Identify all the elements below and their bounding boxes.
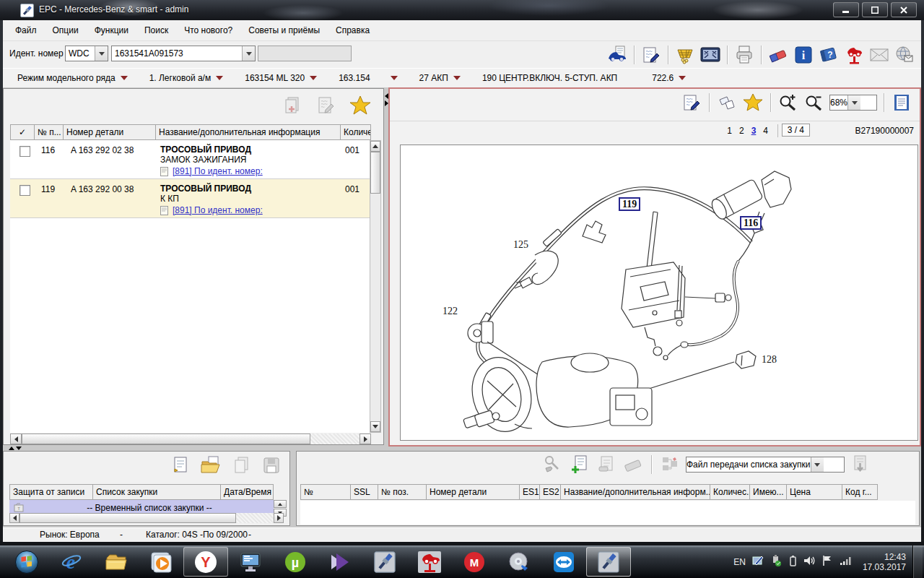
- new-list-icon[interactable]: [170, 454, 191, 476]
- page-3-active[interactable]: 3: [751, 126, 757, 136]
- favorites-star-icon[interactable]: [742, 92, 764, 113]
- page-view-icon[interactable]: [891, 92, 912, 113]
- language-indicator[interactable]: EN: [733, 557, 746, 567]
- parts-row-116[interactable]: 116 A 163 292 02 38 ТРОСОВЫЙ ПРИВОД ЗАМО…: [10, 140, 370, 179]
- vehicle-class-dropdown[interactable]: 1. Легковой а/м: [149, 73, 224, 83]
- zoom-combo-arrow[interactable]: [847, 95, 860, 110]
- menu-file[interactable]: Файл: [7, 20, 45, 40]
- vin-combo[interactable]: 1631541A091573: [111, 46, 256, 61]
- header-part-no[interactable]: Номер детали: [63, 124, 156, 140]
- print-icon[interactable]: [733, 44, 755, 66]
- footnote-link-row[interactable]: [891] По идент. номер:: [160, 205, 263, 215]
- row-checkbox[interactable]: [19, 146, 30, 157]
- part-callout-125[interactable]: 125: [513, 239, 528, 250]
- mail-icon[interactable]: [868, 44, 890, 66]
- open-folder-icon[interactable]: [200, 454, 222, 476]
- start-button[interactable]: [4, 547, 49, 577]
- close-button[interactable]: [891, 2, 917, 17]
- transmission-dropdown[interactable]: 722.6: [652, 73, 686, 83]
- clock[interactable]: 12:43 17.03.2017: [863, 552, 906, 572]
- purchase-horizontal-scrollbar[interactable]: [9, 513, 284, 523]
- delete-icon[interactable]: [622, 454, 644, 475]
- fullscreen-icon[interactable]: [699, 44, 721, 66]
- menu-search[interactable]: Поиск: [136, 20, 176, 40]
- maximize-button[interactable]: [862, 2, 888, 17]
- vin-combo-arrow[interactable]: [242, 46, 255, 61]
- search-key-icon[interactable]: [542, 454, 564, 475]
- horizontal-splitter[interactable]: [9, 447, 22, 450]
- network-signal-icon[interactable]: [840, 556, 852, 568]
- menu-functions[interactable]: Функции: [87, 20, 136, 40]
- row-checkbox[interactable]: [19, 185, 30, 196]
- part-callout-116[interactable]: 116: [740, 216, 762, 230]
- copy-list-icon[interactable]: [282, 95, 304, 116]
- header-es2[interactable]: ES2: [539, 484, 561, 500]
- parts-row-119[interactable]: 119 A 163 292 00 38 ТРОСОВЫЙ ПРИВОД К КП…: [10, 179, 370, 218]
- shopping-basket-icon[interactable]: [674, 44, 696, 66]
- edit-notes-icon[interactable]: [315, 95, 337, 116]
- page-2[interactable]: 2: [739, 126, 744, 136]
- info-icon[interactable]: i: [793, 44, 814, 66]
- menu-help[interactable]: Справка: [328, 20, 378, 40]
- taskbar-remote-desktop[interactable]: [228, 547, 273, 577]
- page-4[interactable]: 4: [763, 126, 768, 136]
- edit-notes-icon[interactable]: [640, 44, 662, 66]
- part-callout-119[interactable]: 119: [619, 197, 640, 211]
- favorites-star-icon[interactable]: [349, 95, 370, 116]
- zoom-in-icon[interactable]: [777, 92, 799, 113]
- transfer-file-combo[interactable]: Файл передачи списка закупки: [686, 457, 845, 473]
- wmi-combo[interactable]: WDC: [65, 46, 108, 61]
- header-have[interactable]: Имею...: [749, 484, 787, 500]
- download-list-icon[interactable]: [850, 454, 871, 475]
- battery-icon[interactable]: [788, 555, 797, 569]
- parts-diagram[interactable]: 119 116 125 122 128: [400, 144, 918, 441]
- taskbar-utorrent[interactable]: µ: [273, 547, 318, 577]
- taskbar-teamviewer[interactable]: [541, 547, 586, 577]
- model-mode-dropdown[interactable]: Режим модельного ряда: [17, 73, 128, 83]
- wmi-combo-arrow[interactable]: [95, 46, 108, 61]
- edit-notes-icon[interactable]: [681, 92, 702, 113]
- header-write-protect[interactable]: Защита от записи: [9, 484, 93, 500]
- part-callout-122[interactable]: 122: [443, 306, 458, 316]
- part-callout-128[interactable]: 128: [762, 354, 777, 365]
- menu-whats-new[interactable]: Что нового?: [176, 20, 240, 40]
- taskbar-internet-explorer[interactable]: e: [49, 547, 94, 577]
- header-name[interactable]: Название/дополнительная информ...: [560, 484, 710, 500]
- copy-list-icon[interactable]: [596, 454, 617, 475]
- taskbar-media-player[interactable]: [139, 547, 183, 577]
- taskbar-file-explorer[interactable]: [94, 547, 139, 577]
- taskbar-disc-burner[interactable]: [497, 547, 541, 577]
- header-pos[interactable]: № поз.: [378, 484, 427, 500]
- copy-icon[interactable]: [230, 454, 252, 476]
- page-1[interactable]: 1: [727, 126, 732, 136]
- zoom-level-combo[interactable]: 68%: [829, 95, 877, 111]
- volume-icon[interactable]: [803, 555, 816, 569]
- minimize-button[interactable]: [833, 2, 859, 17]
- header-purchase-list[interactable]: Список закупки: [92, 484, 221, 500]
- parts-horizontal-scrollbar[interactable]: [10, 434, 371, 444]
- header-check[interactable]: ✓: [10, 124, 35, 140]
- title-bar[interactable]: EPC - Mercedes-Benz & smart - admin: [0, 0, 924, 20]
- transfer-icon[interactable]: [659, 454, 681, 475]
- taskbar-epc-app-active[interactable]: [586, 547, 631, 577]
- header-price[interactable]: Цена: [786, 484, 842, 500]
- menu-options[interactable]: Опции: [45, 20, 87, 40]
- header-code[interactable]: Код г...: [842, 484, 878, 500]
- taskbar-kmplayer[interactable]: [318, 547, 362, 577]
- header-pos[interactable]: № п...: [34, 124, 64, 140]
- parts-vertical-scrollbar[interactable]: [370, 140, 381, 433]
- header-es1[interactable]: ES1: [519, 484, 540, 500]
- add-to-list-icon[interactable]: [569, 454, 590, 475]
- header-part-no[interactable]: Номер детали: [426, 484, 520, 500]
- taskbar-epc-app[interactable]: [362, 547, 407, 577]
- header-datetime[interactable]: Дата/Время: [220, 484, 274, 500]
- aggregate-dropdown[interactable]: 27 АКП: [419, 73, 461, 83]
- usb-device-icon[interactable]: [770, 555, 782, 569]
- series-dropdown[interactable]: 163.154: [339, 73, 397, 83]
- footnote-link[interactable]: [891] По идент. номер:: [173, 166, 263, 176]
- input-pen-icon[interactable]: [752, 555, 764, 569]
- transfer-combo-arrow[interactable]: [811, 457, 824, 472]
- taskbar-car-service[interactable]: [407, 547, 452, 577]
- header-name[interactable]: Название/дополнительная информация: [155, 124, 341, 140]
- taskbar-yandex-browser[interactable]: Y: [183, 547, 228, 577]
